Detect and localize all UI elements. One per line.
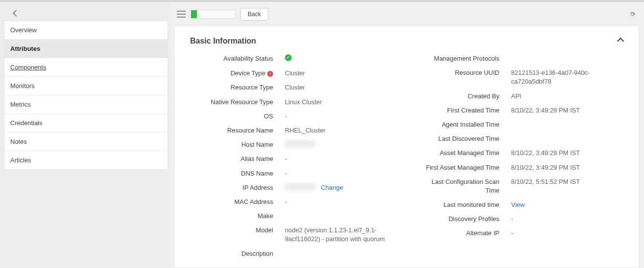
collapse-panel-icon[interactable] <box>617 38 624 45</box>
sidebar-collapse-icon[interactable] <box>13 10 20 17</box>
status-ok-icon <box>285 54 292 61</box>
value-resource-name: RHEL_Cluster <box>278 126 397 135</box>
panel-title: Basic Information <box>190 37 256 45</box>
label-alias-name: Alias Name <box>190 155 278 163</box>
label-os: OS <box>190 112 278 121</box>
warning-icon: ! <box>267 71 273 77</box>
label-last-discovered-time: Last Discovered Time <box>416 134 504 143</box>
value-resource-uuid: 82121513-e136-4a07-940c-ca720a5dbf78 <box>504 68 623 86</box>
label-alternate-ip: Alternate IP <box>416 229 504 238</box>
value-native-resource-type: Linux Cluster <box>278 98 397 107</box>
value-model: node2 (version 1.1.23-1.el7_9.1-9acf1160… <box>278 226 397 244</box>
view-last-monitored-link[interactable]: View <box>511 201 525 208</box>
label-description: Description <box>190 249 278 258</box>
sidebar: Overview Attributes Components Monitors … <box>0 2 170 268</box>
value-created-by: API <box>504 92 623 101</box>
right-column: Management Protocols Resource UUID 82121… <box>416 54 623 264</box>
main-toolbar: Back <box>174 5 639 23</box>
value-discovery-profiles: - <box>504 215 623 223</box>
value-host-name: hidden <box>278 140 397 149</box>
label-resource-uuid: Resource UUID <box>416 68 504 77</box>
label-resource-name: Resource Name <box>190 126 278 135</box>
label-model: Model <box>190 226 278 235</box>
sidebar-item-components[interactable]: Components <box>4 58 168 77</box>
value-ip-address: hidden Change <box>278 183 397 192</box>
value-first-created-time: 8/10/22, 3:49:29 PM IST <box>504 106 623 115</box>
gear-icon[interactable] <box>628 10 636 18</box>
value-asset-managed-time: 8/10/22, 3:49:29 PM IST <box>504 149 623 157</box>
label-availability-status: Availability Status <box>190 54 278 63</box>
label-first-asset-managed-time: First Asset Managed Time <box>416 163 504 172</box>
sidebar-item-notes[interactable]: Notes <box>4 133 168 151</box>
label-first-created-time: First Created Time <box>416 106 504 115</box>
label-make: Make <box>190 212 278 221</box>
label-dns-name: DNS Name <box>190 169 278 178</box>
value-last-config-scan-time: 8/10/22, 5:51:52 PM IST <box>504 178 623 186</box>
label-agent-installed-time: Agent Installed Time <box>416 120 504 129</box>
value-device-type: Cluster <box>278 69 397 78</box>
value-resource-type: Cluster <box>278 83 397 92</box>
sidebar-menu: Overview Attributes Components Monitors … <box>4 21 168 170</box>
label-device-type: Device Type! <box>190 69 278 78</box>
label-created-by: Created By <box>416 92 504 101</box>
label-native-resource-type: Native Resource Type <box>190 98 278 107</box>
value-os: - <box>278 112 397 121</box>
status-indicator[interactable] <box>191 10 236 19</box>
left-column: Availability Status Device Type! Cluster… <box>190 54 397 264</box>
label-mac-address: MAC Address <box>190 198 278 206</box>
sidebar-item-monitors[interactable]: Monitors <box>4 77 168 95</box>
value-first-asset-managed-time: 8/10/22, 3:49:29 PM IST <box>504 163 623 172</box>
value-last-monitored-time: View <box>504 201 623 209</box>
label-asset-managed-time: Asset Managed Time <box>416 149 504 157</box>
sidebar-item-overview[interactable]: Overview <box>4 21 168 40</box>
label-last-monitored-time: Last monitored time <box>416 201 504 209</box>
value-mac-address: - <box>278 198 397 206</box>
back-button[interactable]: Back <box>240 8 268 21</box>
basic-info-panel: Basic Information Availability Status De… <box>174 25 639 268</box>
sidebar-item-attributes[interactable]: Attributes <box>4 40 168 58</box>
label-management-protocols: Management Protocols <box>416 54 504 63</box>
label-ip-address: IP Address <box>190 183 278 192</box>
label-host-name: Host Name <box>190 140 278 149</box>
label-resource-type: Resource Type <box>190 83 278 92</box>
value-alias-name: - <box>278 155 397 163</box>
value-dns-name: - <box>278 169 397 178</box>
hamburger-icon[interactable] <box>177 11 186 18</box>
sidebar-item-metrics[interactable]: Metrics <box>4 95 168 114</box>
sidebar-item-credentials[interactable]: Credentials <box>4 114 168 133</box>
sidebar-item-articles[interactable]: Articles <box>4 151 168 169</box>
label-last-config-scan-time: Last Configuration Scan Time <box>416 178 504 195</box>
change-ip-link[interactable]: Change <box>321 184 343 191</box>
label-discovery-profiles: Discovery Profiles <box>416 215 504 223</box>
value-alternate-ip: - <box>504 229 623 238</box>
